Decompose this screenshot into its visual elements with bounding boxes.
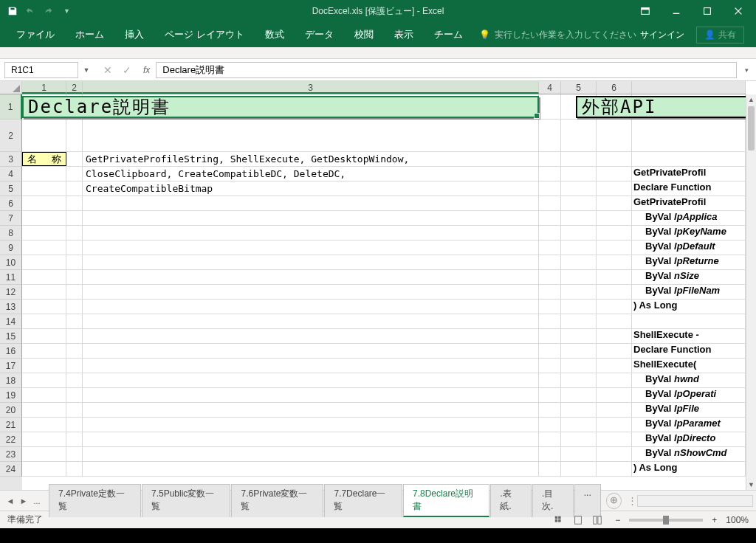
share-button[interactable]: 👤 共有 [696, 27, 744, 44]
tab-file[interactable]: ファイル [6, 22, 65, 47]
zoom-level[interactable]: 100% [726, 515, 749, 525]
close-icon[interactable] [724, 1, 753, 21]
worksheet-grid[interactable]: 1 2 3 4 5 6 1234567891011121314151617181… [0, 81, 756, 490]
zoom-out-button[interactable]: − [615, 515, 620, 525]
cell[interactable]: CloseClipboard, CreateCompatibleDC, Dele… [83, 167, 539, 181]
undo-icon[interactable] [24, 4, 37, 18]
tell-me-search[interactable]: 💡 実行したい作業を入力してください [479, 29, 636, 41]
titlebar: ▼ DocExcel.xls [保護ビュー] - Excel [0, 0, 756, 22]
row-header[interactable]: 6 [0, 196, 22, 211]
name-box[interactable]: R1C1 [4, 62, 78, 78]
col-header[interactable]: 1 [22, 81, 66, 94]
col-header[interactable]: 4 [539, 81, 561, 94]
row-header[interactable]: 5 [0, 181, 22, 196]
col-header[interactable]: 3 [83, 81, 539, 94]
svg-rect-3 [704, 8, 711, 15]
tab-view[interactable]: 表示 [384, 22, 424, 47]
row-header[interactable]: 21 [0, 418, 22, 432]
bottom-strip [0, 528, 756, 543]
row-header[interactable]: 18 [0, 373, 22, 388]
tab-nav-more[interactable]: ... [31, 497, 43, 505]
row-header[interactable]: 22 [0, 432, 22, 447]
select-all-button[interactable] [0, 81, 22, 94]
tab-team[interactable]: チーム [424, 22, 473, 47]
row-header[interactable]: 13 [0, 300, 22, 314]
row-header[interactable]: 7 [0, 211, 22, 226]
tab-data[interactable]: データ [295, 22, 344, 47]
title-cell-main[interactable]: Declare説明書 [22, 96, 539, 118]
svg-rect-1 [642, 8, 650, 10]
add-sheet-button[interactable]: ⊕ [606, 493, 622, 509]
sheet-tabs-bar: ◄ ► ... 7.4Private定数一覧7.5Public変数一覧7.6Pr… [0, 490, 756, 511]
scroll-thumb[interactable] [748, 106, 755, 151]
row-header[interactable]: 23 [0, 447, 22, 462]
row-header[interactable]: 12 [0, 285, 22, 300]
window-title: DocExcel.xls [保護ビュー] - Excel [312, 5, 444, 18]
redo-icon[interactable] [41, 4, 55, 18]
cancel-icon[interactable]: ✕ [103, 64, 112, 76]
svg-rect-7 [558, 519, 561, 522]
row-header[interactable]: 4 [0, 167, 22, 181]
tab-formulas[interactable]: 数式 [255, 22, 295, 47]
svg-rect-2 [673, 13, 680, 14]
row-header[interactable]: 1 [0, 94, 22, 120]
person-icon: 👤 [704, 30, 715, 40]
formula-input[interactable]: Declare説明書 [156, 62, 737, 78]
enter-icon[interactable]: ✓ [123, 64, 131, 76]
tab-insert[interactable]: 挿入 [114, 22, 154, 47]
scroll-up-icon[interactable]: ▲ [746, 94, 756, 105]
horizontal-scrollbar[interactable] [637, 495, 753, 507]
label-name-cell[interactable]: 名 称 [22, 152, 66, 166]
row-header[interactable]: 17 [0, 359, 22, 373]
fx-icon[interactable]: fx [143, 65, 150, 75]
tab-pagelayout[interactable]: ページ レイアウト [154, 22, 255, 47]
view-normal-icon[interactable] [550, 513, 568, 527]
row-header[interactable]: 3 [0, 152, 22, 167]
minimize-icon[interactable] [662, 1, 691, 21]
formula-expand-icon[interactable]: ▾ [741, 66, 752, 74]
view-pagebreak-icon[interactable] [588, 513, 606, 527]
status-ready: 準備完了 [7, 513, 43, 526]
row-header[interactable]: 16 [0, 344, 22, 359]
col-header[interactable]: 2 [66, 81, 83, 94]
row-header[interactable]: 10 [0, 255, 22, 270]
svg-rect-5 [558, 516, 561, 519]
col-header[interactable] [632, 81, 746, 94]
collapsed-ribbon [0, 47, 756, 59]
row-header[interactable]: 11 [0, 270, 22, 285]
tab-review[interactable]: 校閲 [344, 22, 384, 47]
cell[interactable]: CreateCompatibleBitmap [83, 181, 539, 196]
title-cell-api[interactable]: 外部API [576, 96, 746, 118]
zoom-in-button[interactable]: + [712, 515, 717, 525]
scroll-down-icon[interactable]: ▼ [746, 480, 756, 490]
row-header[interactable]: 20 [0, 403, 22, 418]
signin-link[interactable]: サインイン [640, 29, 684, 41]
row-header[interactable]: 8 [0, 226, 22, 241]
tab-home[interactable]: ホーム [65, 22, 114, 47]
qat-dropdown-icon[interactable]: ▼ [63, 7, 70, 15]
tab-nav-first-icon[interactable]: ◄ [4, 497, 16, 505]
tab-nav-prev-icon[interactable]: ► [18, 497, 30, 505]
row-header[interactable]: 15 [0, 329, 22, 344]
tabs-menu-icon[interactable]: ⋮ [628, 495, 637, 506]
maximize-icon[interactable] [693, 1, 722, 21]
col-header[interactable]: 5 [561, 81, 597, 94]
row-header[interactable]: 2 [0, 120, 22, 152]
row-header[interactable]: 19 [0, 388, 22, 403]
ribbon-display-icon[interactable] [630, 1, 660, 21]
ribbon-tabs: ファイル ホーム 挿入 ページ レイアウト 数式 データ 校閲 表示 チーム 💡… [0, 22, 756, 47]
vertical-scrollbar[interactable]: ▲ ▼ [746, 94, 756, 490]
zoom-slider[interactable] [629, 519, 703, 522]
save-icon[interactable] [6, 4, 19, 18]
name-box-dropdown-icon[interactable]: ▼ [81, 66, 92, 74]
row-header[interactable]: 24 [0, 462, 22, 477]
view-pagelayout-icon[interactable] [569, 513, 587, 527]
cell[interactable]: GetPrivateProfileString, ShellExecute, G… [83, 152, 539, 166]
row-header[interactable]: 9 [0, 241, 22, 255]
row-header[interactable]: 14 [0, 314, 22, 329]
col-header[interactable]: 6 [597, 81, 632, 94]
svg-rect-6 [555, 519, 558, 522]
api-code-block: GetPrivateProfilDeclare FunctionGetPriva… [633, 165, 727, 475]
svg-rect-4 [555, 516, 558, 519]
svg-rect-10 [598, 516, 601, 524]
